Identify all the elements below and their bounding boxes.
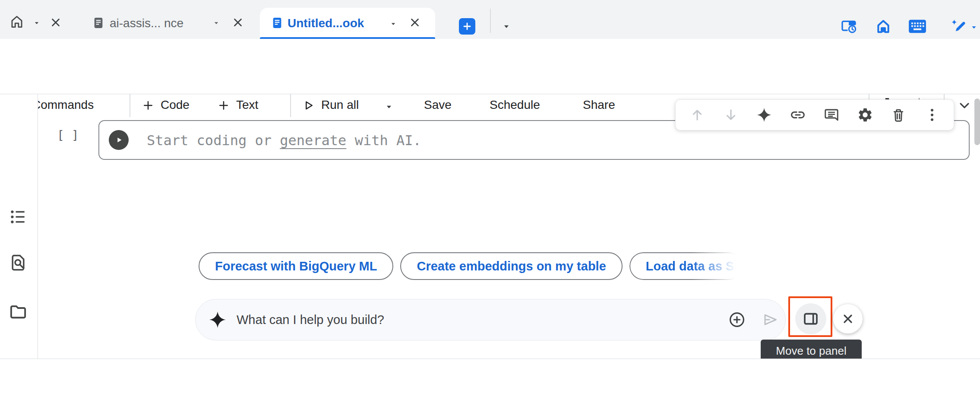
chip-load-data[interactable]: Load data as S [629, 252, 743, 280]
delete-trash-icon[interactable] [890, 106, 907, 124]
move-cell-down-icon[interactable] [722, 106, 740, 124]
prompt-input[interactable]: What can I help you build? [237, 313, 384, 327]
move-to-panel-button[interactable] [795, 303, 826, 334]
close-icon[interactable] [49, 16, 62, 29]
tab-active-label[interactable]: Untitled...ook [288, 16, 364, 30]
suggestion-chips: Forecast with BigQuery ML Create embeddi… [199, 252, 743, 280]
chevron-down-icon[interactable] [970, 23, 978, 32]
table-of-contents-icon[interactable] [9, 207, 28, 226]
comment-icon[interactable] [823, 106, 840, 124]
chevron-down-icon[interactable] [384, 102, 394, 111]
find-in-document-icon[interactable] [9, 253, 28, 272]
run-all-button[interactable]: Run all [321, 98, 359, 112]
cell-toolbar [675, 99, 954, 130]
add-code-button[interactable]: Code [161, 98, 190, 112]
left-sidebar [0, 94, 38, 359]
notebook-toolbar: Commands Code Text Run all Save Schedule… [0, 39, 980, 94]
vertical-scrollbar[interactable] [974, 98, 980, 145]
chevron-down-icon[interactable] [389, 20, 397, 28]
play-icon [113, 134, 124, 146]
chevron-down-icon[interactable] [212, 19, 220, 27]
recent-tabs-icon[interactable] [840, 18, 857, 35]
tab-inactive-label[interactable]: ai-assis... nce [110, 16, 183, 30]
bottom-bar: { } Variables Terminal [0, 359, 980, 394]
placeholder-suffix: with AI. [346, 132, 421, 149]
document-icon [270, 16, 284, 30]
more-options-icon[interactable] [923, 106, 941, 124]
chip-embeddings[interactable]: Create embeddings on my table [400, 252, 622, 280]
home-icon[interactable] [875, 18, 892, 35]
run-all-play-icon [301, 98, 315, 112]
plus-icon [462, 21, 473, 32]
new-tab-button[interactable] [459, 18, 475, 35]
divider [490, 9, 491, 33]
tab-strip: ai-assis... nce Untitled...ook [0, 0, 980, 39]
generate-link[interactable]: generate [280, 132, 346, 149]
close-icon[interactable] [231, 16, 244, 29]
link-icon[interactable] [789, 106, 806, 124]
collapse-chevron-icon[interactable] [957, 98, 972, 113]
chevron-down-icon[interactable] [33, 19, 41, 27]
add-context-icon[interactable] [728, 311, 746, 329]
close-icon[interactable] [408, 16, 421, 29]
chip-forecast[interactable]: Forecast with BigQuery ML [199, 252, 393, 280]
home-tab[interactable] [9, 13, 25, 30]
keyboard-icon[interactable] [907, 19, 927, 34]
close-icon [841, 312, 855, 326]
sparkle-icon [208, 310, 227, 329]
side-panel-icon [802, 310, 819, 327]
divider [130, 94, 130, 117]
plus-icon [142, 99, 155, 112]
schedule-button[interactable]: Schedule [490, 98, 540, 112]
placeholder-prefix: Start coding or [147, 132, 280, 149]
cell-settings-gear-icon[interactable] [857, 106, 874, 124]
cell-execution-count: [ ] [57, 128, 79, 143]
add-text-button[interactable]: Text [236, 98, 258, 112]
tab-list-chevron-icon[interactable] [502, 22, 511, 31]
run-cell-button[interactable] [109, 130, 129, 150]
move-cell-up-icon[interactable] [689, 106, 706, 124]
share-button[interactable]: Share [583, 98, 615, 112]
cell-placeholder[interactable]: Start coding or generate with AI. [147, 132, 421, 149]
plus-icon [217, 99, 230, 112]
divider [290, 94, 291, 117]
sparkle-icon[interactable] [756, 106, 773, 124]
document-icon [92, 16, 105, 30]
magic-pen-icon[interactable] [950, 18, 967, 35]
notebook-app: ai-assis... nce Untitled...ook [0, 0, 980, 394]
commands-button[interactable]: Commands [32, 98, 94, 112]
close-prompt-button[interactable] [833, 304, 863, 334]
folder-icon[interactable] [9, 302, 28, 321]
save-button[interactable]: Save [424, 98, 452, 112]
send-icon[interactable] [762, 311, 779, 328]
